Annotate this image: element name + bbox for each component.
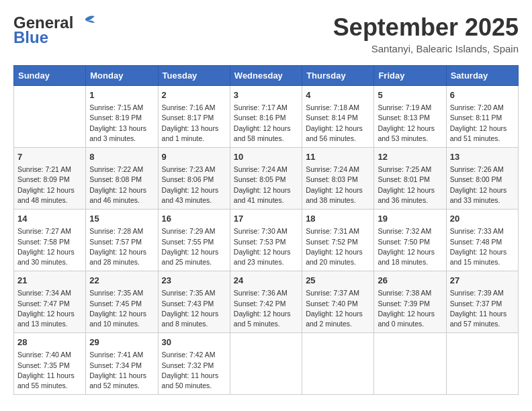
calendar-day-cell: 29Sunrise: 7:41 AM Sunset: 7:34 PM Dayli… <box>86 333 158 395</box>
day-info: Sunrise: 7:35 AM Sunset: 7:43 PM Dayligh… <box>162 288 226 329</box>
day-info: Sunrise: 7:16 AM Sunset: 8:17 PM Dayligh… <box>162 103 226 144</box>
calendar-table: SundayMondayTuesdayWednesdayThursdayFrid… <box>13 65 519 395</box>
day-number: 2 <box>162 89 226 101</box>
day-number: 18 <box>306 213 370 225</box>
calendar-day-cell <box>302 333 374 395</box>
weekday-header-cell: Tuesday <box>158 66 230 86</box>
calendar-day-cell: 7Sunrise: 7:21 AM Sunset: 8:09 PM Daylig… <box>14 148 86 210</box>
calendar-day-cell: 9Sunrise: 7:23 AM Sunset: 8:06 PM Daylig… <box>158 148 230 210</box>
weekday-header-cell: Saturday <box>446 66 518 86</box>
calendar-week-row: 14Sunrise: 7:27 AM Sunset: 7:58 PM Dayli… <box>14 210 519 271</box>
day-number: 29 <box>89 336 154 349</box>
calendar-day-cell: 2Sunrise: 7:16 AM Sunset: 8:17 PM Daylig… <box>158 86 230 148</box>
day-info: Sunrise: 7:34 AM Sunset: 7:47 PM Dayligh… <box>17 288 82 329</box>
calendar-week-row: 21Sunrise: 7:34 AM Sunset: 7:47 PM Dayli… <box>14 271 519 333</box>
calendar-day-cell: 28Sunrise: 7:40 AM Sunset: 7:35 PM Dayli… <box>14 333 86 395</box>
calendar-day-cell: 22Sunrise: 7:35 AM Sunset: 7:45 PM Dayli… <box>86 271 158 333</box>
day-number: 24 <box>234 275 298 287</box>
day-info: Sunrise: 7:20 AM Sunset: 8:11 PM Dayligh… <box>450 103 515 144</box>
day-number: 23 <box>162 275 226 287</box>
calendar-day-cell: 4Sunrise: 7:18 AM Sunset: 8:14 PM Daylig… <box>302 86 374 148</box>
day-info: Sunrise: 7:36 AM Sunset: 7:42 PM Dayligh… <box>234 288 298 329</box>
weekday-header-cell: Sunday <box>14 66 86 86</box>
calendar-day-cell: 10Sunrise: 7:24 AM Sunset: 8:05 PM Dayli… <box>230 148 302 210</box>
calendar-day-cell: 6Sunrise: 7:20 AM Sunset: 8:11 PM Daylig… <box>446 86 518 148</box>
day-info: Sunrise: 7:24 AM Sunset: 8:05 PM Dayligh… <box>234 165 298 205</box>
day-info: Sunrise: 7:22 AM Sunset: 8:08 PM Dayligh… <box>89 165 154 205</box>
day-number: 20 <box>450 213 515 225</box>
calendar-day-cell: 17Sunrise: 7:30 AM Sunset: 7:53 PM Dayli… <box>230 210 302 271</box>
calendar-day-cell: 14Sunrise: 7:27 AM Sunset: 7:58 PM Dayli… <box>14 210 86 271</box>
logo: General Blue <box>13 13 96 47</box>
day-number: 3 <box>234 89 298 101</box>
calendar-day-cell: 13Sunrise: 7:26 AM Sunset: 8:00 PM Dayli… <box>446 148 518 210</box>
day-number: 5 <box>378 89 442 101</box>
calendar-day-cell <box>230 333 302 395</box>
day-info: Sunrise: 7:35 AM Sunset: 7:45 PM Dayligh… <box>89 288 154 329</box>
day-number: 6 <box>450 89 515 101</box>
weekday-header-cell: Wednesday <box>230 66 302 86</box>
day-info: Sunrise: 7:17 AM Sunset: 8:16 PM Dayligh… <box>234 103 298 144</box>
day-info: Sunrise: 7:40 AM Sunset: 7:35 PM Dayligh… <box>17 350 82 391</box>
day-info: Sunrise: 7:26 AM Sunset: 8:00 PM Dayligh… <box>450 165 515 205</box>
calendar-week-row: 7Sunrise: 7:21 AM Sunset: 8:09 PM Daylig… <box>14 148 519 210</box>
weekday-header-cell: Monday <box>86 66 158 86</box>
day-number: 8 <box>89 151 154 163</box>
calendar-day-cell: 24Sunrise: 7:36 AM Sunset: 7:42 PM Dayli… <box>230 271 302 333</box>
day-info: Sunrise: 7:38 AM Sunset: 7:39 PM Dayligh… <box>378 288 442 329</box>
calendar-day-cell: 16Sunrise: 7:29 AM Sunset: 7:55 PM Dayli… <box>158 210 230 271</box>
calendar-week-row: 1Sunrise: 7:15 AM Sunset: 8:19 PM Daylig… <box>14 86 519 148</box>
location-subtitle: Santanyi, Balearic Islands, Spain <box>333 43 519 54</box>
calendar-day-cell: 1Sunrise: 7:15 AM Sunset: 8:19 PM Daylig… <box>86 86 158 148</box>
day-number: 16 <box>162 213 226 225</box>
day-info: Sunrise: 7:31 AM Sunset: 7:52 PM Dayligh… <box>306 226 370 267</box>
calendar-day-cell: 5Sunrise: 7:19 AM Sunset: 8:13 PM Daylig… <box>374 86 446 148</box>
day-info: Sunrise: 7:39 AM Sunset: 7:37 PM Dayligh… <box>450 288 515 329</box>
day-info: Sunrise: 7:32 AM Sunset: 7:50 PM Dayligh… <box>378 226 442 267</box>
calendar-day-cell <box>446 333 518 395</box>
calendar-week-row: 28Sunrise: 7:40 AM Sunset: 7:35 PM Dayli… <box>14 333 519 395</box>
day-info: Sunrise: 7:15 AM Sunset: 8:19 PM Dayligh… <box>89 103 154 144</box>
page-header: General Blue September 2025 Santanyi, Ba… <box>13 13 519 54</box>
day-info: Sunrise: 7:24 AM Sunset: 8:03 PM Dayligh… <box>306 165 370 205</box>
logo-bird-icon <box>75 13 96 32</box>
day-number: 25 <box>306 275 370 287</box>
calendar-day-cell <box>374 333 446 395</box>
day-info: Sunrise: 7:23 AM Sunset: 8:06 PM Dayligh… <box>162 165 226 205</box>
calendar-day-cell: 27Sunrise: 7:39 AM Sunset: 7:37 PM Dayli… <box>446 271 518 333</box>
day-info: Sunrise: 7:19 AM Sunset: 8:13 PM Dayligh… <box>378 103 442 144</box>
day-number: 21 <box>17 275 82 287</box>
day-info: Sunrise: 7:28 AM Sunset: 7:57 PM Dayligh… <box>89 226 154 267</box>
title-block: September 2025 Santanyi, Balearic Island… <box>333 13 519 54</box>
day-number: 22 <box>89 275 154 287</box>
day-number: 9 <box>162 151 226 163</box>
day-number: 1 <box>89 89 154 101</box>
day-number: 26 <box>378 275 442 287</box>
day-number: 7 <box>17 151 82 163</box>
day-number: 14 <box>17 213 82 225</box>
calendar-day-cell: 23Sunrise: 7:35 AM Sunset: 7:43 PM Dayli… <box>158 271 230 333</box>
day-number: 12 <box>378 151 442 163</box>
calendar-day-cell: 11Sunrise: 7:24 AM Sunset: 8:03 PM Dayli… <box>302 148 374 210</box>
calendar-day-cell: 26Sunrise: 7:38 AM Sunset: 7:39 PM Dayli… <box>374 271 446 333</box>
weekday-header-cell: Friday <box>374 66 446 86</box>
calendar-body: 1Sunrise: 7:15 AM Sunset: 8:19 PM Daylig… <box>14 86 519 395</box>
day-info: Sunrise: 7:25 AM Sunset: 8:01 PM Dayligh… <box>378 165 442 205</box>
day-info: Sunrise: 7:42 AM Sunset: 7:32 PM Dayligh… <box>162 350 226 391</box>
day-info: Sunrise: 7:41 AM Sunset: 7:34 PM Dayligh… <box>89 350 154 391</box>
day-info: Sunrise: 7:27 AM Sunset: 7:58 PM Dayligh… <box>17 226 82 267</box>
logo-text-general: General <box>13 13 73 32</box>
day-number: 19 <box>378 213 442 225</box>
calendar-day-cell: 25Sunrise: 7:37 AM Sunset: 7:40 PM Dayli… <box>302 271 374 333</box>
day-number: 13 <box>450 151 515 163</box>
calendar-day-cell: 15Sunrise: 7:28 AM Sunset: 7:57 PM Dayli… <box>86 210 158 271</box>
day-number: 15 <box>89 213 154 225</box>
calendar-day-cell: 21Sunrise: 7:34 AM Sunset: 7:47 PM Dayli… <box>14 271 86 333</box>
calendar-day-cell: 19Sunrise: 7:32 AM Sunset: 7:50 PM Dayli… <box>374 210 446 271</box>
day-info: Sunrise: 7:21 AM Sunset: 8:09 PM Dayligh… <box>17 165 82 205</box>
day-info: Sunrise: 7:30 AM Sunset: 7:53 PM Dayligh… <box>234 226 298 267</box>
calendar-day-cell: 18Sunrise: 7:31 AM Sunset: 7:52 PM Dayli… <box>302 210 374 271</box>
day-number: 28 <box>17 336 82 349</box>
day-info: Sunrise: 7:33 AM Sunset: 7:48 PM Dayligh… <box>450 226 515 267</box>
calendar-day-cell: 3Sunrise: 7:17 AM Sunset: 8:16 PM Daylig… <box>230 86 302 148</box>
